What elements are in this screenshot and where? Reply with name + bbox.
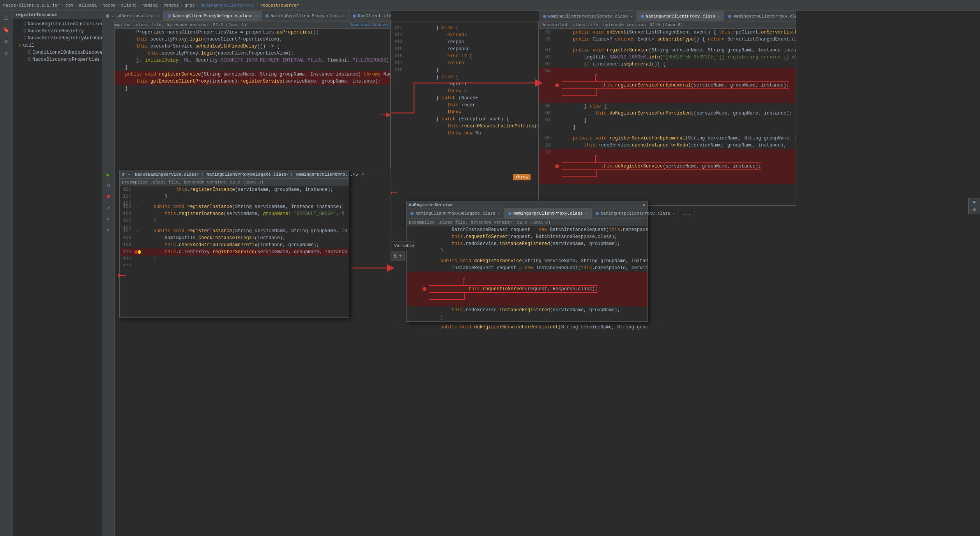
code-line: 104 this.registerInstance(serviceName, g…: [120, 210, 349, 217]
tree-item[interactable]: C NacosDiscoveryProperties: [12, 56, 102, 63]
code-line: [539, 43, 796, 47]
code-line: 02 LogUtils.NAMING_LOGGER.info("[REGISTE…: [539, 54, 796, 61]
code-area-middle: 312 } else { 313 extends 314 respon: [391, 21, 538, 137]
tab-naming-client-panel[interactable]: NamingClientProxyDelegate.class ✕: [407, 208, 504, 219]
editor-area: ...dService.class ✕ NamingClientProxyDel…: [102, 11, 980, 536]
debug-stop-button[interactable]: ⏹: [104, 192, 113, 201]
code-line: }: [539, 124, 796, 131]
tree-item-label: NacosServiceRegistryAutoConfiguration: [28, 35, 102, 41]
tree-item-label: NacosServiceRegistry: [28, 28, 84, 34]
tab-close-button[interactable]: ✕: [197, 172, 200, 177]
class-icon: C: [23, 21, 26, 27]
debug-step-out-button[interactable]: ↙: [104, 224, 113, 234]
debug-step-over-button[interactable]: ↗: [104, 203, 113, 212]
tab-label: NamingGrpcClientProxy.class: [271, 14, 340, 18]
tree-item[interactable]: C NacosServiceRegistry: [12, 28, 102, 35]
class-icon: C: [28, 57, 31, 62]
tab-naming-client-proxy[interactable]: NamingClientProxyDelegate.class ✕: [164, 11, 262, 21]
filter-icon[interactable]: ⊖: [973, 207, 976, 213]
tab-rpc-client[interactable]: RpcClient.class ✕: [349, 11, 391, 21]
breadcrumb-item: client: [121, 3, 137, 8]
panel-expand-button[interactable]: ↗: [356, 171, 359, 178]
panel-file-info: Decompiled .class file, bytecode version…: [407, 219, 647, 226]
panel-minimize-button[interactable]: –: [128, 172, 131, 177]
code-line: 101 }: [120, 193, 349, 200]
code-line: this.recordRequestFailedMetrics(request,…: [391, 123, 538, 130]
tree-item[interactable]: C NacosServiceRegistryAutoConfiguration: [12, 35, 102, 42]
panel-close-button[interactable]: ✕: [642, 202, 645, 207]
code-line: 111 }: [120, 256, 349, 263]
tab-naming-http-right[interactable]: NamingHttpClientProxy.class ✕: [724, 11, 796, 21]
code-line: 100 this.registerInstance(serviceName, g…: [120, 186, 349, 193]
tab-close-button[interactable]: ✕: [718, 14, 720, 19]
panel-title-1: ⚙ – NacosNamingService.class ✕ | NamingC…: [120, 170, 349, 179]
code-line-execute-proxy: this.getExecuteClientProxy(instance).reg…: [103, 78, 390, 85]
tab-close-button[interactable]: ✕: [585, 211, 587, 216]
settings-icon[interactable]: ⚙: [1, 36, 12, 47]
tree-item-label: NacosRegistrationCustomizer: [28, 21, 102, 27]
tab-naming-grpc-panel[interactable]: NamingGrpcClientProxy.class ✕: [504, 208, 592, 219]
tab-naming-grpc[interactable]: NamingGrpcClientProxy.class ✕: [262, 11, 349, 21]
structure-icon[interactable]: ☰: [1, 12, 12, 23]
code-line: this.recor: [391, 102, 538, 109]
right-main-editor: NamingClientProxyDelegate.class ✕ Naming…: [539, 11, 796, 206]
code-line: public void doRegisterService(String ser…: [407, 257, 647, 264]
tree-header: registerInstance: [12, 11, 102, 19]
current-line-arrow-2: →: [136, 227, 139, 235]
tab-close-button[interactable]: ✕: [353, 172, 356, 177]
code-line: 06 this.doRegisterServiceForPersistent(s…: [539, 110, 796, 117]
tree-item[interactable]: C NacosRegistrationCustomizer: [12, 21, 102, 28]
code-line: } catch (Exception var6) {: [391, 116, 538, 123]
code-line-client-proxy: 110 this.clientProxy.registerService(ser…: [120, 249, 349, 256]
tab-close-button[interactable]: ✕: [630, 14, 633, 19]
zoom-icon[interactable]: ⊕: [973, 199, 976, 205]
class-icon: C: [23, 28, 26, 34]
add-icon[interactable]: +: [399, 253, 402, 259]
bookmarks-icon[interactable]: 🔖: [1, 24, 12, 35]
breakpoint-4: [134, 250, 138, 254]
code-line: 102: [120, 200, 349, 203]
tree-item[interactable]: C ConditionalOnNacosDiscoveryEnabled: [12, 49, 102, 56]
tab-close-button[interactable]: ✕: [672, 211, 675, 216]
current-indicator: [138, 250, 141, 254]
tab-close-button[interactable]: ✕: [287, 172, 289, 177]
tab-close-button[interactable]: ✕: [255, 14, 257, 18]
code-line: InstanceRequest request = new InstanceRe…: [407, 264, 647, 272]
tab-close-button[interactable]: ✕: [157, 14, 159, 18]
tab-close-button[interactable]: ✕: [342, 14, 345, 18]
filter-icon-btn[interactable]: ⊻: [393, 253, 397, 259]
panel-1-code-area: 100 this.registerInstance(serviceName, g…: [120, 186, 349, 266]
breadcrumb-item[interactable]: NamingGrpcClientProxy: [200, 3, 255, 8]
panel-close-button[interactable]: ✕: [362, 172, 364, 177]
gear-icon[interactable]: ⚙: [1, 48, 12, 58]
code-line: 109 this.checkAndStripGroupNamePrefix(in…: [120, 242, 349, 249]
tree-item-label: NacosDiscoveryProperties: [32, 57, 100, 62]
tab-close-button[interactable]: ✕: [498, 211, 500, 216]
code-line: 107 → public void registerInstance(Strin…: [120, 227, 349, 235]
code-line: this.executorService.scheduleWithFixedDe…: [103, 43, 390, 50]
code-line: 95 public Class<? extends Event> subscri…: [539, 36, 796, 43]
code-line: }: [407, 247, 647, 254]
code-line: 106: [120, 224, 349, 227]
code-line: 315 response: [391, 46, 538, 53]
code-line: 312 } else {: [391, 25, 538, 32]
tab-naming-client-right[interactable]: NamingClientProxyDelegate.class ✕: [539, 11, 637, 21]
tab-naming-grpc-right[interactable]: NamingGrpcClientProxy.class ✕: [637, 11, 724, 21]
debug-sidebar: ▶ ⏸ ⏹ ↗ ↘ ↙: [102, 11, 115, 536]
code-line: 01 public void registerService(String se…: [539, 47, 796, 54]
tree-item[interactable]: ▷ util: [12, 42, 102, 49]
tab-naming-http-panel[interactable]: NamingHttpClientProxy.class ✕: [592, 208, 679, 219]
panel-settings-icon[interactable]: ⚙: [122, 172, 125, 177]
tab-dservice[interactable]: ...dService.class ✕: [102, 11, 164, 21]
code-line: 07 }: [539, 117, 796, 124]
tab-label: NamingHttpClientProxy.class: [733, 14, 796, 19]
code-line: 317 return: [391, 60, 538, 67]
debug-pause-button[interactable]: ⏸: [104, 181, 113, 190]
register-instance-panel: ⚙ – NacosNamingService.class ✕ | NamingC…: [119, 170, 349, 318]
code-line: LogUtil: [391, 81, 538, 88]
code-line: [407, 321, 647, 324]
download-source-link[interactable]: Download Source: [349, 23, 388, 27]
debug-step-into-button[interactable]: ↘: [104, 213, 113, 223]
debug-run-button[interactable]: ▶: [104, 170, 113, 179]
tab-extra-panel[interactable]: ...: [679, 208, 695, 219]
